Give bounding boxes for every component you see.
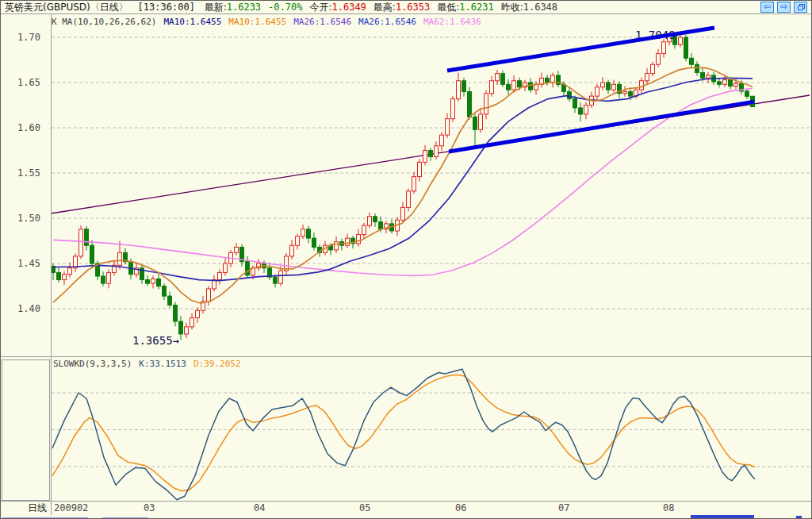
ma-line-ma62 — [53, 88, 753, 275]
kd-legend-item: K:33.1513 — [139, 359, 186, 369]
price-annotation: 1.3655→ — [132, 334, 179, 347]
price-axis-label: 1.65 — [1, 77, 40, 88]
app-window: 英镑美元(GBPUSD)〈日线〉 [13:36:00] 最新:1.6233-0.… — [0, 0, 812, 519]
month-label: 08 — [663, 502, 674, 513]
kd-legend-item: SLOWKD(9,3,3,5) — [53, 359, 132, 369]
ma-legend-item: K MA(10,10,26,26,62) — [52, 17, 156, 27]
ma-lines-layer — [53, 67, 753, 303]
kd-gridlines — [52, 393, 810, 467]
price-axis-label: 1.45 — [1, 258, 40, 269]
price-axis-label: 1.40 — [1, 303, 40, 314]
candles-layer — [52, 33, 755, 340]
ma-legend-item: MA10:1.6455 — [228, 17, 286, 27]
price-axis-label: 1.70 — [1, 32, 40, 43]
kd-lines-layer — [52, 369, 755, 500]
month-label: 03 — [144, 502, 155, 513]
ma-legend-item: MA26:1.6546 — [293, 17, 351, 27]
ma-line-ma10 — [53, 67, 753, 303]
month-label: 05 — [359, 502, 370, 513]
kd-axis-box — [2, 359, 50, 501]
timeline-separator — [1, 501, 811, 502]
ma-legend-item: MA26:1.6546 — [358, 17, 416, 27]
kd-indicator-legend: SLOWKD(9,3,3,5)K:33.1513D:39.2052 — [53, 359, 248, 369]
price-axis-label: 1.55 — [1, 167, 40, 179]
price-gridlines — [52, 37, 810, 309]
month-label: 200902 — [54, 502, 88, 513]
pane-separator — [1, 356, 811, 357]
month-label: 04 — [254, 502, 265, 513]
price-axis-label: 1.60 — [1, 122, 40, 133]
period-label: 日线 — [1, 502, 47, 515]
axis-column-separator — [51, 14, 52, 515]
bottom-edge-artifact — [691, 515, 754, 519]
price-axis-label: 1.50 — [1, 213, 40, 224]
ma-legend-item: MA62:1.6436 — [423, 17, 481, 27]
kd-line-d — [52, 375, 755, 490]
chart-canvas[interactable]: 1.70491.3655→ — [1, 1, 812, 519]
kd-legend-item: D:39.2052 — [193, 359, 241, 369]
month-label: 07 — [558, 502, 569, 513]
main-chart-legend: K MA(10,10,26,26,62)MA10:1.6455MA10:1.64… — [52, 17, 488, 27]
bottom-edge-artifact — [796, 516, 802, 519]
kd-line-k — [52, 369, 755, 500]
ma-legend-item: MA10:1.6455 — [163, 17, 221, 27]
month-label: 06 — [455, 502, 466, 513]
ma-line-ma26 — [53, 78, 753, 280]
